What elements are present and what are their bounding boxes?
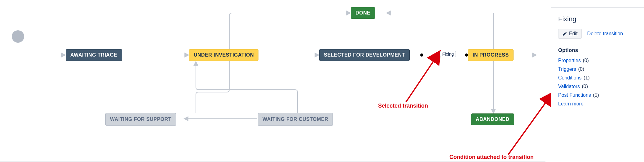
workflow-canvas-svg bbox=[0, 0, 644, 162]
transition-port-to bbox=[465, 53, 468, 57]
option-triggers-count: (0) bbox=[578, 66, 584, 72]
edit-button-label: Edit bbox=[569, 31, 578, 36]
option-triggers-link[interactable]: Triggers bbox=[558, 66, 576, 72]
transition-label-fixing[interactable]: Fixing bbox=[440, 51, 456, 57]
option-validators-count: (0) bbox=[582, 84, 588, 89]
option-properties-count: (0) bbox=[583, 58, 589, 63]
status-waiting-for-support[interactable]: WAITING FOR SUPPORT bbox=[105, 113, 176, 126]
option-post-functions-count: (5) bbox=[593, 92, 599, 98]
option-learn-more: Learn more bbox=[558, 101, 637, 107]
annotation-arrow-selected-transition bbox=[406, 61, 434, 102]
option-conditions-count: (1) bbox=[584, 75, 590, 80]
status-under-investigation[interactable]: UNDER INVESTIGATION bbox=[189, 49, 258, 61]
status-waiting-for-customer[interactable]: WAITING FOR CUSTOMER bbox=[258, 113, 333, 126]
option-conditions-link[interactable]: Conditions bbox=[558, 75, 582, 80]
annotation-arrow-condition bbox=[508, 102, 546, 155]
annotation-selected-transition: Selected transition bbox=[378, 103, 428, 109]
side-panel-title: Fixing bbox=[558, 15, 637, 23]
option-properties: Properties (0) bbox=[558, 58, 637, 63]
status-selected-for-development[interactable]: SELECTED FOR DEVELOPMENT bbox=[319, 49, 410, 61]
edge-customer-investigation bbox=[196, 62, 298, 113]
option-validators: Validators (0) bbox=[558, 84, 637, 89]
pencil-icon bbox=[562, 31, 567, 36]
status-done[interactable]: DONE bbox=[351, 7, 375, 19]
status-in-progress[interactable]: IN PROGRESS bbox=[468, 49, 514, 61]
option-triggers: Triggers (0) bbox=[558, 66, 637, 72]
status-abandoned[interactable]: ABANDONED bbox=[471, 113, 514, 125]
option-post-functions: Post Functions (5) bbox=[558, 92, 637, 98]
edge-investigation-down bbox=[196, 61, 229, 113]
edge-inprogress-done bbox=[387, 13, 493, 49]
edge-investigation-done bbox=[229, 13, 350, 49]
delete-transition-link[interactable]: Delete transition bbox=[587, 31, 623, 36]
learn-more-link[interactable]: Learn more bbox=[558, 101, 584, 106]
start-node[interactable] bbox=[12, 30, 24, 43]
option-post-functions-link[interactable]: Post Functions bbox=[558, 92, 591, 98]
option-properties-link[interactable]: Properties bbox=[558, 58, 581, 63]
canvas-bottom-border bbox=[0, 161, 545, 161]
transition-side-panel: Fixing Edit Delete transition Options Pr… bbox=[551, 7, 644, 153]
options-header: Options bbox=[558, 47, 637, 53]
edit-button[interactable]: Edit bbox=[558, 29, 582, 39]
status-awaiting-triage[interactable]: AWAITING TRIAGE bbox=[66, 49, 122, 61]
transition-port-from bbox=[420, 53, 423, 57]
option-validators-link[interactable]: Validators bbox=[558, 84, 580, 89]
side-panel-actions: Edit Delete transition bbox=[558, 29, 637, 39]
option-conditions: Conditions (1) bbox=[558, 75, 637, 81]
edge-start-awaiting-triage bbox=[18, 43, 65, 55]
annotation-condition-attached: Condition attached to transition bbox=[449, 154, 534, 160]
